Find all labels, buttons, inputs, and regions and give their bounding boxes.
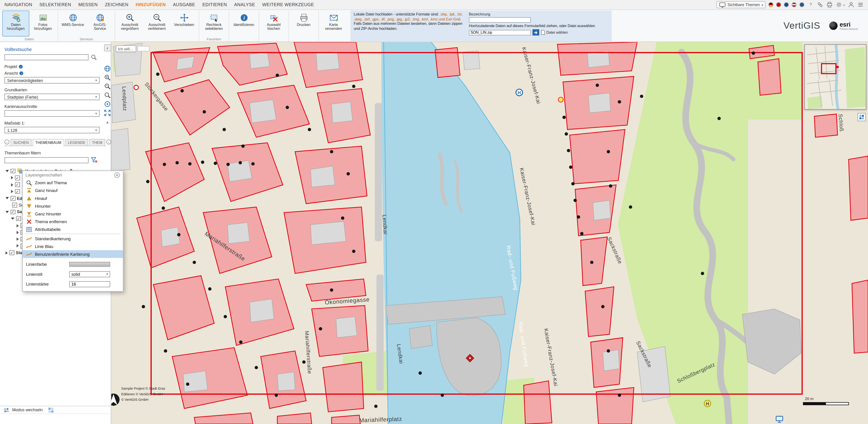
- send-map-button[interactable]: Karte versenden: [320, 10, 347, 36]
- menu-tab-weitere-werkzeuge[interactable]: WEITERE WERKZEUGE: [262, 2, 314, 7]
- overview-globe-button[interactable]: [104, 65, 111, 72]
- line-color-swatch[interactable]: [69, 262, 110, 267]
- checkbox[interactable]: ✓: [10, 169, 15, 174]
- flag-de-icon[interactable]: [769, 2, 774, 7]
- expander-closed-icon[interactable]: [17, 238, 19, 241]
- zoom-in-extent-button[interactable]: Ausschnitt vergrößern: [116, 10, 144, 36]
- expander-open-icon[interactable]: [5, 170, 9, 172]
- menu-tab-editieren[interactable]: EDITIEREN: [202, 2, 227, 7]
- zoom-in-button[interactable]: [104, 73, 111, 81]
- flag-at-icon[interactable]: [792, 2, 797, 7]
- expander-closed-icon[interactable]: [11, 183, 13, 186]
- expander-open-icon[interactable]: [5, 211, 9, 213]
- expander-closed-icon[interactable]: [17, 231, 19, 234]
- tab-themenbaum[interactable]: THEMENBAUM: [33, 139, 64, 146]
- visible-themes-dropdown[interactable]: Sichtbare Themen ▾: [716, 1, 766, 8]
- overview-map[interactable]: [804, 44, 866, 110]
- checkbox[interactable]: ✓: [16, 216, 21, 221]
- add-photos-button[interactable]: Fotos hinzufügen: [29, 10, 57, 36]
- grid-mode-icon[interactable]: [48, 407, 54, 413]
- flag-red-icon[interactable]: [776, 2, 781, 7]
- info-icon[interactable]: i: [20, 71, 24, 75]
- tabs-scroll-left-icon[interactable]: ‹: [4, 140, 9, 145]
- i-want-to-panel[interactable]: [137, 46, 150, 52]
- map-extents-select[interactable]: ▾: [4, 110, 99, 117]
- search-icon[interactable]: [91, 54, 97, 60]
- tab-suchen[interactable]: SUCHEN: [10, 139, 31, 146]
- zoom-window-button[interactable]: [104, 91, 111, 99]
- scale-select[interactable]: 1.128▾: [4, 127, 99, 133]
- choose-file-button[interactable]: Datei wählen: [541, 30, 567, 35]
- menu-item-default-mapping[interactable]: Standardkartierung: [23, 235, 123, 243]
- menu-tab-selektieren[interactable]: SELEKTIEREN: [39, 2, 71, 7]
- filter-clear-icon[interactable]: [91, 157, 97, 163]
- menu-tab-navigation[interactable]: NAVIGATION: [4, 2, 32, 7]
- checkbox[interactable]: ✓: [12, 203, 17, 208]
- line-style-select[interactable]: solid ▾: [69, 271, 110, 277]
- theme-filter-input[interactable]: [4, 157, 89, 163]
- select-rectangle-button[interactable]: Rechteck selektieren: [200, 10, 227, 36]
- pan-button[interactable]: Verschieben: [170, 10, 197, 36]
- overview-toggle-button[interactable]: [858, 113, 866, 121]
- expander-closed-icon[interactable]: [17, 224, 19, 227]
- help-icon[interactable]: ?: [807, 1, 814, 8]
- print-button[interactable]: Drucken: [290, 10, 317, 36]
- menu-tab-ausgabe[interactable]: AUSGABE: [173, 2, 195, 7]
- expander-open-icon[interactable]: [5, 197, 9, 200]
- menu-item-remove-layer[interactable]: Thema entfernen: [23, 217, 123, 225]
- expander-closed-icon[interactable]: [5, 251, 8, 254]
- expander-open-icon[interactable]: [11, 218, 14, 220]
- i-want-to-input[interactable]: Ich will...: [116, 45, 136, 52]
- identify-button[interactable]: i Identifizieren: [230, 10, 257, 36]
- expander-closed-icon[interactable]: [17, 244, 19, 248]
- add-data-button[interactable]: Daten hinzufügen: [2, 10, 29, 36]
- user-icon[interactable]: [847, 1, 854, 8]
- checkbox[interactable]: ✓: [15, 189, 20, 194]
- menu-tab-zeichnen[interactable]: ZEICHNEN: [105, 2, 128, 7]
- tabs-scroll-right-icon[interactable]: ›: [106, 140, 111, 145]
- menu-item-custom-mapping[interactable]: Benutzerdefinierte Kartierung: [23, 250, 123, 258]
- menu-item-move-down[interactable]: Hinunter: [23, 202, 123, 210]
- checkbox[interactable]: ✓: [10, 196, 15, 201]
- basemap-select[interactable]: Stadtplan (Farbe)▾: [4, 94, 99, 100]
- tab-legende[interactable]: LEGENDE: [65, 139, 88, 146]
- zoom-out-button[interactable]: [104, 83, 111, 90]
- line-width-input[interactable]: [69, 281, 110, 287]
- menu-item-move-to-bottom[interactable]: Ganz hinunter: [23, 210, 123, 217]
- checkbox[interactable]: ✓: [9, 250, 14, 255]
- menu-item-zoom-to-layer[interactable]: Zoom auf Thema: [23, 179, 123, 186]
- close-icon[interactable]: [114, 172, 120, 178]
- link-icon[interactable]: [817, 1, 824, 8]
- toolbar-scroll-up-icon[interactable]: ▲: [105, 120, 109, 124]
- clear-selection-button[interactable]: Auswahl löschen: [260, 10, 287, 36]
- mode-switch-bar[interactable]: Modus wechseln: [0, 406, 111, 414]
- map-canvas[interactable]: H H Stockergasse Lendplatz Mariahilferst…: [111, 42, 868, 424]
- visible-themes-monitor-icon[interactable]: [776, 415, 783, 424]
- view-select[interactable]: Sehenswürdigkeiten▾: [4, 77, 99, 84]
- info-icon[interactable]: i: [19, 65, 23, 68]
- zoom-out-extent-button[interactable]: Ausschnitt verkleinern: [144, 10, 170, 36]
- checkbox[interactable]: ✓: [15, 182, 20, 187]
- upload-file-name-input[interactable]: [469, 30, 531, 35]
- fulltext-search-input[interactable]: [4, 54, 89, 60]
- center-map-button[interactable]: [104, 100, 111, 108]
- menu-item-attribute-table[interactable]: Attributtabelle: [23, 225, 123, 233]
- settings-gear-icon[interactable]: [836, 1, 842, 8]
- upload-submit-button[interactable]: [532, 30, 539, 36]
- menu-tab-analyse[interactable]: ANALYSE: [234, 2, 255, 7]
- menu-item-move-to-top[interactable]: Ganz hinauf: [23, 186, 123, 194]
- checkbox[interactable]: ✓: [15, 176, 20, 180]
- print-small-icon[interactable]: [826, 1, 833, 8]
- expander-closed-icon[interactable]: [11, 190, 13, 193]
- hamburger-menu-icon[interactable]: [857, 1, 863, 8]
- wms-service-button[interactable]: WMS-Service: [59, 10, 86, 36]
- tab-themen[interactable]: THEM: [89, 139, 105, 146]
- arcgis-service-button[interactable]: ArcGIS-Service: [86, 10, 113, 36]
- menu-tab-hinzufuegen[interactable]: HINZUFÜGEN: [136, 2, 166, 7]
- menu-item-move-up[interactable]: Hinauf: [23, 194, 123, 202]
- menu-tab-messen[interactable]: MESSEN: [78, 2, 98, 7]
- checkbox[interactable]: ✓: [10, 210, 15, 214]
- expander-closed-icon[interactable]: [11, 176, 13, 180]
- bezeichnung-input[interactable]: [469, 17, 531, 23]
- flag-eu-icon[interactable]: [784, 2, 789, 7]
